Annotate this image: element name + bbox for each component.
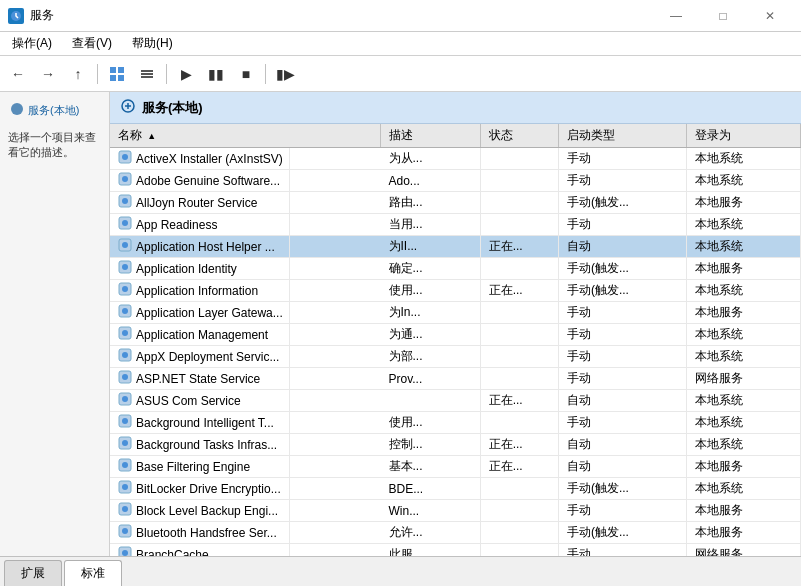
cell-status: 正在...	[480, 236, 558, 258]
menu-help[interactable]: 帮助(H)	[124, 33, 181, 54]
toolbar: ← → ↑ ▶ ▮▮ ■ ▮▶	[0, 56, 801, 92]
stop-button[interactable]: ■	[232, 61, 260, 87]
cell-login: 本地服务	[687, 258, 801, 280]
cell-desc: 允许...	[381, 522, 481, 544]
cell-status	[480, 500, 558, 522]
services-table-container[interactable]: 名称 ▲ 描述 状态 启动类型 登录为 ActiveX Installer (A…	[110, 124, 801, 556]
maximize-button[interactable]: □	[700, 0, 746, 32]
cell-status	[480, 192, 558, 214]
other-button[interactable]	[133, 61, 161, 87]
table-row[interactable]: Background Intelligent T...使用...手动本地系统	[110, 412, 801, 434]
table-row[interactable]: Background Tasks Infras...控制...正在...自动本地…	[110, 434, 801, 456]
cell-login: 本地系统	[687, 412, 801, 434]
svg-point-15	[122, 198, 128, 204]
cell-status	[480, 170, 558, 192]
sort-arrow: ▲	[147, 131, 156, 141]
cell-startup: 手动	[558, 214, 686, 236]
cell-status	[480, 214, 558, 236]
svg-point-27	[122, 330, 128, 336]
cell-status	[480, 302, 558, 324]
pause-button[interactable]: ▮▮	[202, 61, 230, 87]
menu-action[interactable]: 操作(A)	[4, 33, 60, 54]
cell-desc: 控制...	[381, 434, 481, 456]
cell-desc	[381, 390, 481, 412]
minimize-button[interactable]: —	[653, 0, 699, 32]
cell-startup: 手动	[558, 412, 686, 434]
cell-status	[480, 368, 558, 390]
table-row[interactable]: AppX Deployment Servic...为部...手动本地系统	[110, 346, 801, 368]
restart-button[interactable]: ▮▶	[271, 61, 299, 87]
app-icon	[8, 8, 24, 24]
svg-point-29	[122, 352, 128, 358]
svg-point-19	[122, 242, 128, 248]
table-row[interactable]: AllJoyn Router Service路由...手动(触发...本地服务	[110, 192, 801, 214]
table-row[interactable]: Block Level Backup Engi...Win...手动本地服务	[110, 500, 801, 522]
tab-standard[interactable]: 标准	[64, 560, 122, 586]
cell-login: 本地服务	[687, 192, 801, 214]
services-header: 服务(本地)	[110, 92, 801, 124]
cell-startup: 手动	[558, 544, 686, 557]
service-icon	[118, 304, 132, 321]
cell-login: 本地服务	[687, 302, 801, 324]
svg-point-31	[122, 374, 128, 380]
cell-status: 正在...	[480, 280, 558, 302]
col-header-login[interactable]: 登录为	[687, 124, 801, 148]
back-button[interactable]: ←	[4, 61, 32, 87]
up-button[interactable]: ↑	[64, 61, 92, 87]
tab-extended[interactable]: 扩展	[4, 560, 62, 586]
right-panel: 服务(本地) 名称 ▲ 描述 状态 启动类型 登录为	[110, 92, 801, 556]
svg-point-41	[122, 484, 128, 490]
cell-startup: 自动	[558, 390, 686, 412]
table-row[interactable]: Base Filtering Engine基本...正在...自动本地服务	[110, 456, 801, 478]
col-header-name[interactable]: 名称 ▲	[110, 124, 381, 148]
cell-login: 本地系统	[687, 478, 801, 500]
table-row[interactable]: BranchCache此服...手动网络服务	[110, 544, 801, 557]
table-row[interactable]: ASUS Com Service正在...自动本地系统	[110, 390, 801, 412]
table-row[interactable]: App Readiness当用...手动本地系统	[110, 214, 801, 236]
left-panel-label: 服务(本地)	[28, 103, 79, 118]
table-row[interactable]: Bluetooth Handsfree Ser...允许...手动(触发...本…	[110, 522, 801, 544]
cell-status: 正在...	[480, 434, 558, 456]
table-row[interactable]: BitLocker Drive Encryptio...BDE...手动(触发.…	[110, 478, 801, 500]
title-bar: 服务 — □ ✕	[0, 0, 801, 32]
toolbar-sep-3	[265, 64, 266, 84]
left-panel-title[interactable]: 服务(本地)	[8, 100, 101, 120]
table-row[interactable]: Application Layer Gatewa...为In...手动本地服务	[110, 302, 801, 324]
service-icon	[118, 238, 132, 255]
cell-status	[480, 412, 558, 434]
cell-startup: 手动	[558, 346, 686, 368]
cell-login: 本地服务	[687, 500, 801, 522]
cell-startup: 自动	[558, 456, 686, 478]
table-row[interactable]: ASP.NET State ServiceProv...手动网络服务	[110, 368, 801, 390]
forward-button[interactable]: →	[34, 61, 62, 87]
service-icon	[118, 172, 132, 189]
svg-rect-4	[118, 75, 124, 81]
table-row[interactable]: Application Management为通...手动本地系统	[110, 324, 801, 346]
cell-name: App Readiness	[110, 214, 290, 235]
svg-rect-5	[141, 70, 153, 72]
title-text: 服务	[30, 7, 54, 24]
cell-login: 本地系统	[687, 434, 801, 456]
table-row[interactable]: ActiveX Installer (AxInstSV)为从...手动本地系统	[110, 148, 801, 170]
col-header-startup[interactable]: 启动类型	[558, 124, 686, 148]
services-header-title: 服务(本地)	[142, 99, 203, 117]
col-header-status[interactable]: 状态	[480, 124, 558, 148]
svg-point-23	[122, 286, 128, 292]
svg-point-17	[122, 220, 128, 226]
service-icon	[118, 458, 132, 475]
col-header-desc[interactable]: 描述	[381, 124, 481, 148]
table-row[interactable]: Application Information使用...正在...手动(触发..…	[110, 280, 801, 302]
table-row[interactable]: Application Identity确定...手动(触发...本地服务	[110, 258, 801, 280]
menu-view[interactable]: 查看(V)	[64, 33, 120, 54]
cell-startup: 自动	[558, 236, 686, 258]
cell-name: Application Management	[110, 324, 290, 345]
table-row[interactable]: Adobe Genuine Software...Ado...手动本地系统	[110, 170, 801, 192]
close-button[interactable]: ✕	[747, 0, 793, 32]
table-row[interactable]: Application Host Helper ...为II...正在...自动…	[110, 236, 801, 258]
cell-name: ActiveX Installer (AxInstSV)	[110, 148, 290, 169]
start-button[interactable]: ▶	[172, 61, 200, 87]
toolbar-sep-2	[166, 64, 167, 84]
cell-desc: 为从...	[381, 148, 481, 170]
cell-login: 本地系统	[687, 148, 801, 170]
show-button[interactable]	[103, 61, 131, 87]
